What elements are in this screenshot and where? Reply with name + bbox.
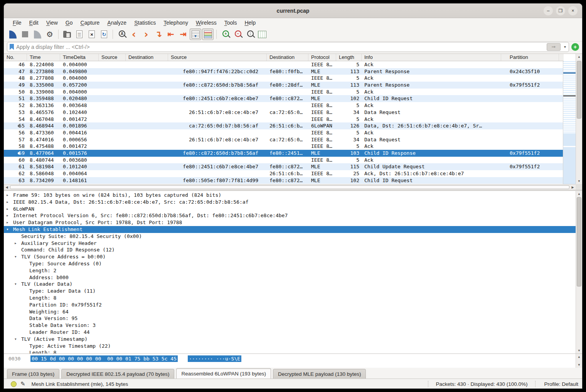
column-header-info[interactable]: Info (362, 54, 501, 61)
detail-row-1[interactable]: ▸IEEE 802.15.4 Data, Dst: 26:51:c6:b7:e8… (4, 199, 576, 206)
column-header-destination[interactable]: Destination (267, 54, 308, 61)
colorize-button[interactable] (202, 28, 214, 40)
save-file-button[interactable]: ≣ (74, 28, 85, 40)
expert-info-icon[interactable] (11, 381, 17, 387)
packet-list-hscrollbar[interactable]: ◀ ▶ (4, 184, 576, 190)
packet-row-52[interactable]: 528.3631360.003648IEEE 8…5Ack (4, 102, 564, 109)
add-filter-button[interactable]: + (571, 43, 579, 51)
zoom-in-button[interactable]: + (219, 28, 231, 40)
auto-scroll-button[interactable] (190, 28, 201, 40)
collapsed-arrow-icon[interactable]: ▸ (6, 212, 9, 219)
packet-row-56[interactable]: 568.4733600.004416IEEE 8…5Ack (4, 129, 564, 136)
maximize-button[interactable]: ❒ (556, 6, 565, 15)
column-header-destination[interactable]: Destination (126, 54, 168, 61)
detail-row-17[interactable]: Weighting: 64 (4, 308, 576, 315)
close-button[interactable]: × (568, 6, 578, 15)
packet-row-47[interactable]: 478.2738080.049800fe80::947f:f476:22bc:c… (4, 68, 564, 75)
collapsed-arrow-icon[interactable]: ▸ (14, 240, 17, 247)
detail-row-16[interactable]: Partition ID: 0x79f551f2 (4, 302, 576, 308)
menu-view[interactable]: View (43, 19, 61, 27)
capture-options-button[interactable]: ⚙ (44, 28, 56, 40)
byte-tab-1[interactable]: Decrypted IEEE 802.15.4 payload (70 byte… (61, 369, 174, 379)
go-back-button[interactable]: ‹ (128, 28, 140, 40)
menu-wireless[interactable]: Wireless (192, 19, 220, 27)
expanded-arrow-icon[interactable]: ▾ (14, 336, 17, 343)
packet-row-60[interactable]: 608.4807440.003680IEEE 8…5Ack (4, 157, 564, 164)
intelligent-scrollbar[interactable] (563, 61, 576, 184)
column-header-no[interactable]: No. (4, 54, 27, 61)
detail-row-8[interactable]: Command: Child ID Response (12) (4, 246, 576, 253)
column-header-partition[interactable]: Partition (501, 54, 559, 61)
collapsed-arrow-icon[interactable]: ▸ (6, 192, 9, 199)
byte-tab-3[interactable]: Decrypted MLE payload (130 bytes) (273, 369, 366, 379)
reload-file-button[interactable]: ↻ (98, 28, 110, 40)
menu-go[interactable]: Go (62, 19, 76, 27)
menu-analyze[interactable]: Analyze (104, 19, 130, 27)
detail-row-10[interactable]: Type: Source Address (0) (4, 260, 576, 267)
scroll-left-icon[interactable]: ◀ (4, 184, 10, 190)
stop-capture-button[interactable] (19, 28, 31, 40)
scroll-up-icon[interactable]: ▲ (576, 191, 582, 197)
byte-tab-2[interactable]: Reassembled 6LoWPAN (193 bytes) (176, 368, 271, 379)
menu-statistics[interactable]: Statistics (131, 19, 159, 27)
detail-row-18[interactable]: Data Version: 95 (4, 315, 576, 322)
detail-row-5[interactable]: ▾Mesh Link Establishment (4, 226, 576, 233)
packet-row-49[interactable]: 498.3350080.057200fe80::c872:650d:b7b8:5… (4, 82, 564, 89)
scroll-up-icon[interactable]: ▲ (576, 54, 582, 60)
hscrollbar-thumb[interactable] (10, 185, 569, 189)
packet-list-vscrollbar[interactable]: ▲ ▼ (576, 54, 582, 184)
detail-row-19[interactable]: Stable Data Version: 3 (4, 322, 576, 329)
packet-row-50[interactable]: 508.3390080.004000IEEE 8…5Ack (4, 89, 564, 95)
scroll-down-icon[interactable]: ▼ (576, 348, 582, 353)
detail-row-14[interactable]: Type: Leader Data (11) (4, 288, 576, 295)
packet-row-63[interactable]: 638.7342090.148161fe80::505e:f807:7f81:4… (4, 177, 564, 184)
display-filter-field[interactable]: ➞ ▾ (7, 42, 569, 52)
find-packet-button[interactable]: A (116, 28, 127, 40)
filter-dropdown-caret[interactable]: ▾ (563, 45, 567, 49)
detail-row-23[interactable]: Length: 8 (4, 349, 576, 353)
minimize-button[interactable]: – (544, 6, 553, 15)
detail-row-0[interactable]: ▸Frame 59: 103 bytes on wire (824 bits),… (4, 192, 576, 199)
zoom-100-button[interactable]: : (244, 28, 256, 40)
detail-row-6[interactable]: Security Suite: 802.15.4 Security (0x00) (4, 233, 576, 240)
packet-row-62[interactable]: 628.5860480.00406426:51:c6:b…IEEE 8…25Ac… (4, 170, 564, 177)
packet-row-57[interactable]: 578.4740160.00065626:51:c6:b7:e8:ce:4b:e… (4, 136, 564, 143)
menu-tools[interactable]: Tools (221, 19, 241, 27)
scroll-down-icon[interactable]: ▼ (576, 362, 582, 368)
column-header-length[interactable]: Length (336, 54, 362, 61)
column-header-timedelta[interactable]: TimeDelta (60, 54, 99, 61)
display-filter-input[interactable] (16, 44, 544, 50)
capture-comment-icon[interactable]: ✎ (20, 380, 25, 387)
menu-capture[interactable]: Capture (77, 19, 103, 27)
packet-row-61[interactable]: 618.5819840.101240fe80::2451:c6b7:e8ce:4… (4, 163, 564, 170)
packet-row-58[interactable]: 588.4754880.001472IEEE 8…5Ack (4, 143, 564, 150)
scrollbar-thumb[interactable] (577, 61, 581, 119)
packet-bytes-pane[interactable]: 003000 15 0d 00 00 00 00 00 00 00 01 75 … (4, 353, 582, 368)
detail-row-4[interactable]: ▸User Datagram Protocol, Src Port: 19788… (4, 219, 576, 226)
detail-row-21[interactable]: ▾TLV (Active Timestamp) (4, 336, 576, 343)
detail-row-2[interactable]: ▸6LoWPAN (4, 206, 576, 213)
column-header-source[interactable]: Source (168, 54, 267, 61)
packet-row-48[interactable]: 488.2778080.004000IEEE 8…5Ack (4, 75, 564, 82)
status-profile[interactable]: Profile: Default (541, 381, 578, 387)
packet-row-54[interactable]: 548.4670480.001472IEEE 8…5Ack (4, 116, 564, 123)
packet-row-51[interactable]: 518.3594880.020480fe80::2451:c6b7:e8ce:4… (4, 95, 564, 102)
scrollbar-thumb[interactable] (577, 197, 581, 286)
bytes-vscrollbar[interactable]: ▲ ▼ (576, 354, 582, 368)
restart-capture-button[interactable] (32, 28, 43, 40)
packet-row-46[interactable]: 468.2240080.004000IEEE 8…5Ack (4, 61, 564, 68)
expanded-arrow-icon[interactable]: ▾ (14, 253, 17, 260)
menu-edit[interactable]: Edit (26, 19, 42, 27)
resize-columns-button[interactable] (256, 28, 268, 40)
detail-row-3[interactable]: ▸Internet Protocol Version 6, Src: fe80:… (4, 212, 576, 219)
byte-tab-0[interactable]: Frame (103 bytes) (7, 369, 59, 379)
menu-file[interactable]: File (9, 19, 25, 27)
apply-filter-button[interactable]: ➞ (547, 43, 561, 51)
packet-row-55[interactable]: 558.4689440.001896ca:72:65:0d:b7:b8:56:a… (4, 122, 564, 129)
scroll-right-icon[interactable]: ▶ (570, 184, 576, 190)
go-forward-button[interactable]: › (140, 28, 152, 40)
column-header-time[interactable]: Time (27, 54, 60, 61)
scroll-down-icon[interactable]: ▼ (576, 178, 582, 184)
hex-ascii-selected[interactable]: ········ ···u·S\E (188, 355, 241, 362)
start-capture-button[interactable] (7, 28, 19, 40)
